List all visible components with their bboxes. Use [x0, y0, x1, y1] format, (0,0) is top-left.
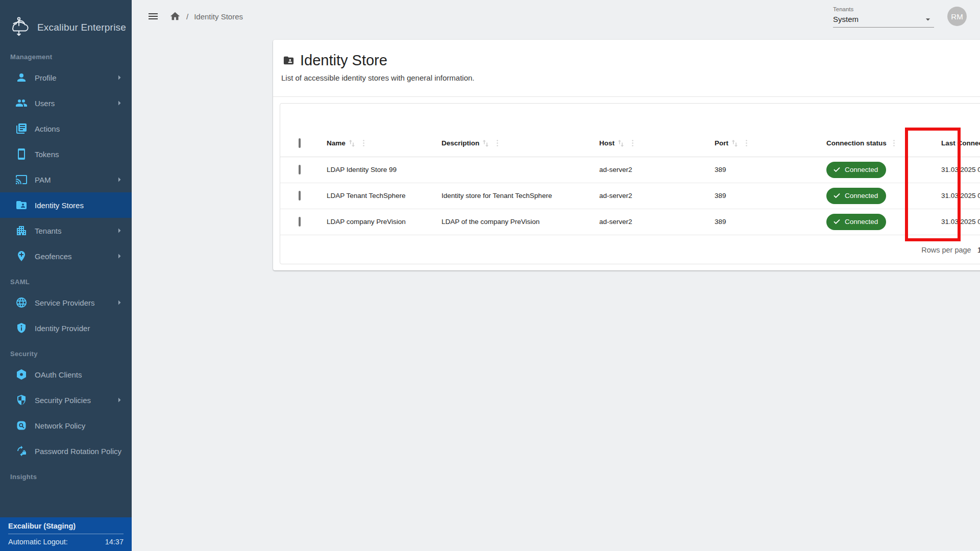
- sidebar-item-password-rotation-policy[interactable]: Password Rotation Policy: [0, 438, 132, 464]
- column-menu-icon[interactable]: [742, 139, 751, 147]
- sidebar-item-profile[interactable]: Profile: [0, 65, 132, 90]
- column-header-host: Host: [599, 139, 615, 147]
- column-header-last-connected: Last Connected: [941, 139, 980, 147]
- sidebar-item-label: OAuth Clients: [35, 370, 82, 379]
- sidebar-item-label: Security Policies: [35, 396, 91, 405]
- sidebar-section-management: Management: [0, 44, 132, 65]
- tenants-select-label: Tenants: [833, 6, 934, 12]
- row-checkbox[interactable]: [299, 165, 301, 174]
- main-content: / Identity Stores Tenants System RM: [132, 0, 980, 551]
- environment-label: Excalibur (Staging): [0, 517, 132, 534]
- cell-description: [433, 157, 591, 183]
- brand-logo: Excalibur Enterprise: [0, 0, 132, 44]
- sidebar-item-tenants[interactable]: Tenants: [0, 218, 132, 243]
- auto-logout-label: Automatic Logout:: [8, 538, 68, 546]
- sidebar-item-label: Identity Stores: [35, 201, 84, 210]
- rows-per-page-label: Rows per page: [921, 246, 971, 254]
- sidebar-item-users[interactable]: Users: [0, 90, 132, 116]
- dropdown-arrow-icon: [923, 14, 933, 24]
- sidebar-item-service-providers[interactable]: Service Providers: [0, 290, 132, 315]
- divider: [273, 96, 980, 97]
- cell-name: LDAP Tenant TechSphere: [318, 183, 433, 209]
- sidebar-item-geofences[interactable]: Geofences: [0, 243, 132, 269]
- token-icon: [15, 368, 28, 381]
- column-header-connection-status: Connection status: [826, 139, 887, 147]
- page-subtitle: List of accessible identity stores with …: [281, 73, 980, 82]
- breadcrumb: / Identity Stores: [169, 11, 243, 22]
- shield-info-icon: [15, 322, 28, 334]
- sidebar-item-pam[interactable]: PAM: [0, 167, 132, 192]
- sidebar-item-label: Identity Provider: [35, 324, 90, 333]
- sidebar-item-label: Geofences: [35, 252, 72, 261]
- table-pagination: Rows per page 10 1-3 of 3: [280, 235, 980, 265]
- sidebar-item-security-policies[interactable]: Security Policies: [0, 387, 132, 413]
- sort-icon[interactable]: [347, 139, 356, 148]
- row-checkbox[interactable]: [299, 191, 301, 201]
- sort-icon[interactable]: [481, 139, 490, 148]
- sidebar-section-insights: Insights: [0, 464, 132, 485]
- table-header-row: Name Description Host Port Connection st…: [280, 130, 980, 157]
- check-icon: [833, 218, 841, 226]
- rows-per-page-select[interactable]: 10: [977, 245, 980, 255]
- cell-host: ad-server2: [591, 183, 706, 209]
- chevron-right-icon: [114, 297, 125, 308]
- tenants-select[interactable]: Tenants System: [833, 5, 934, 28]
- chevron-right-icon: [114, 251, 125, 261]
- person-icon: [15, 71, 28, 84]
- cell-port: 389: [706, 157, 818, 183]
- sidebar-section-security: Security: [0, 341, 132, 362]
- sort-icon[interactable]: [616, 139, 625, 148]
- cell-name: LDAP Identity Store 99: [318, 157, 433, 183]
- column-header-name: Name: [327, 139, 346, 147]
- table-row[interactable]: LDAP Identity Store 99 ad-server2 389 Co…: [280, 157, 980, 183]
- identity-store-card: Identity Store List of accessible identi…: [273, 40, 980, 270]
- cell-host: ad-server2: [591, 157, 706, 183]
- table-toolbar: [280, 104, 980, 130]
- column-menu-icon[interactable]: [628, 139, 637, 147]
- row-checkbox[interactable]: [299, 217, 301, 227]
- table-row[interactable]: LDAP company PreVision LDAP of the compa…: [280, 209, 980, 235]
- sidebar: Excalibur Enterprise Management Profile …: [0, 0, 132, 551]
- sidebar-item-identity-stores[interactable]: Identity Stores: [0, 192, 132, 218]
- status-badge: Connected: [826, 188, 886, 204]
- sidebar-item-oauth-clients[interactable]: OAuth Clients: [0, 362, 132, 387]
- cell-name: LDAP company PreVision: [318, 209, 433, 235]
- sidebar-item-actions[interactable]: Actions: [0, 116, 132, 141]
- menu-toggle-button[interactable]: [147, 10, 159, 22]
- folder-shared-icon: [283, 55, 295, 66]
- add-location-icon: [15, 250, 28, 262]
- library-books-icon: [15, 122, 28, 135]
- sidebar-section-saml: SAML: [0, 269, 132, 290]
- home-icon[interactable]: [169, 11, 181, 22]
- sidebar-item-network-policy[interactable]: Network Policy: [0, 413, 132, 438]
- column-menu-icon[interactable]: [493, 139, 502, 147]
- tenants-select-value: System: [833, 12, 934, 28]
- user-avatar[interactable]: RM: [947, 7, 967, 26]
- cell-last-connected: 31.03.2025 04:08: [933, 209, 980, 235]
- identity-stores-table: Name Description Host Port Connection st…: [280, 130, 980, 235]
- sidebar-item-label: PAM: [35, 176, 51, 184]
- check-icon: [833, 166, 841, 173]
- sidebar-item-label: Users: [35, 99, 55, 108]
- table-container: Name Description Host Port Connection st…: [280, 103, 980, 264]
- column-menu-icon[interactable]: [890, 139, 898, 147]
- brand-name: Excalibur Enterprise: [37, 22, 126, 33]
- sidebar-item-identity-provider[interactable]: Identity Provider: [0, 315, 132, 341]
- sidebar-item-label: Actions: [35, 124, 60, 133]
- select-all-checkbox[interactable]: [299, 138, 301, 148]
- cloud-sword-logo-icon: [7, 16, 31, 39]
- sort-icon[interactable]: [730, 139, 739, 148]
- topbar: / Identity Stores Tenants System RM: [132, 0, 980, 33]
- sync-lock-icon: [15, 445, 28, 457]
- sidebar-item-label: Password Rotation Policy: [35, 447, 121, 456]
- auto-logout-timer: 14:37: [105, 538, 124, 546]
- chevron-right-icon: [114, 72, 125, 83]
- sidebar-item-tokens[interactable]: Tokens: [0, 141, 132, 167]
- column-menu-icon[interactable]: [359, 139, 368, 147]
- apartment-icon: [15, 224, 28, 237]
- table-row[interactable]: LDAP Tenant TechSphere Identity store fo…: [280, 183, 980, 209]
- folder-shared-icon: [15, 199, 28, 211]
- smartphone-icon: [15, 148, 28, 160]
- policy-icon: [15, 419, 28, 432]
- cell-host: ad-server2: [591, 209, 706, 235]
